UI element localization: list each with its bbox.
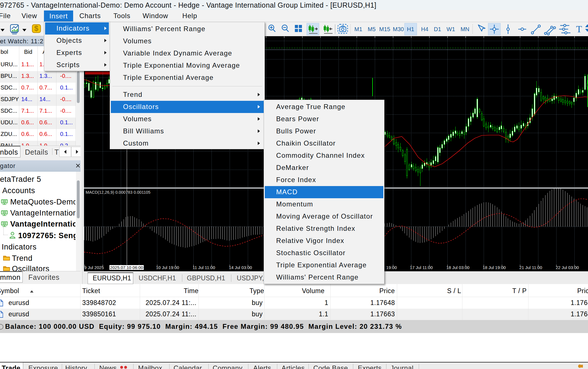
svg-text:17 Jul 11:00: 17 Jul 11:00 xyxy=(410,265,433,270)
svg-text:D1: D1 xyxy=(434,26,441,32)
svg-text:T: T xyxy=(576,24,582,34)
svg-text:21 Jul 11:00: 21 Jul 11:00 xyxy=(519,265,542,270)
svg-text:2025.07.10 06:00: 2025.07.10 06:00 xyxy=(110,265,143,270)
svg-text:9 Jul 2025: 9 Jul 2025 xyxy=(84,265,104,270)
svg-text:W1: W1 xyxy=(447,26,455,32)
svg-text:22 Jul 03:00: 22 Jul 03:00 xyxy=(556,265,579,270)
svg-text:MACD(12,26,9) 0.000783 0.00110: MACD(12,26,9) 0.000783 0.001105 xyxy=(86,190,151,195)
svg-text:M15: M15 xyxy=(379,26,390,32)
svg-text:$: $ xyxy=(34,24,39,33)
svg-text:14 Jul 03:00: 14 Jul 03:00 xyxy=(229,265,252,270)
svg-text:18 Jul 03:00: 18 Jul 03:00 xyxy=(446,265,469,270)
svg-text:H4: H4 xyxy=(421,26,428,32)
svg-text:H1: H1 xyxy=(407,26,414,32)
svg-text:18 Jul 19:00: 18 Jul 19:00 xyxy=(483,265,506,270)
svg-text:19:00: 19:00 xyxy=(386,265,397,270)
svg-text:M30: M30 xyxy=(393,26,404,32)
svg-text:M5: M5 xyxy=(368,26,376,32)
svg-text:MN: MN xyxy=(460,26,469,32)
svg-text:10 Jul 19:00: 10 Jul 19:00 xyxy=(156,265,179,270)
svg-text:11 Jul 11:00: 11 Jul 11:00 xyxy=(193,265,215,270)
svg-text:M1: M1 xyxy=(354,26,362,32)
